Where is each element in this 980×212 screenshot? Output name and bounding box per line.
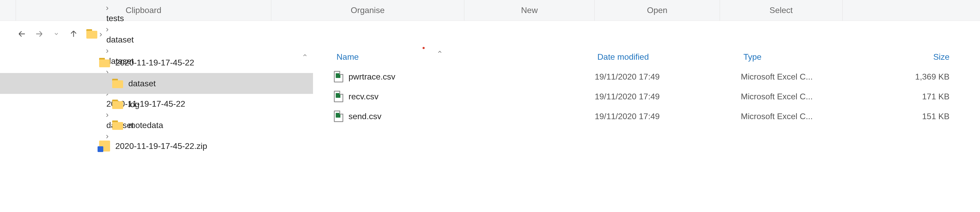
recent-locations-button[interactable]: [50, 31, 63, 37]
breadcrumb-item[interactable]: IoT: [105, 0, 187, 3]
zip-icon: [99, 140, 110, 151]
file-name: pwrtrace.csv: [348, 72, 395, 81]
file-name-cell: send.csv: [334, 110, 595, 122]
back-button[interactable]: [16, 29, 28, 38]
folder-icon: [112, 100, 123, 109]
file-type: Microsoft Excel C...: [741, 92, 877, 102]
sort-indicator-icon[interactable]: [437, 48, 443, 57]
up-button[interactable]: [67, 29, 80, 38]
file-date: 19/11/2020 17:49: [595, 72, 741, 81]
tree-item-label: motedata: [128, 121, 163, 130]
tree-item[interactable]: motedata: [0, 115, 313, 135]
breadcrumb-label: dataset: [107, 35, 134, 45]
tree-item-label: 2020-11-19-17-45-22.zip: [115, 141, 207, 151]
ribbon-label: Open: [647, 5, 667, 15]
column-header-type[interactable]: Type: [741, 52, 877, 62]
arrow-left-icon: [18, 29, 26, 38]
ribbon-group-select[interactable]: Select: [720, 0, 843, 21]
csv-file-icon: [334, 71, 343, 82]
file-name: send.csv: [348, 112, 381, 121]
breadcrumb-item[interactable]: dataset: [105, 34, 187, 46]
folder-icon: [86, 29, 97, 39]
arrow-up-icon: [69, 29, 78, 38]
file-name-cell: pwrtrace.csv: [334, 71, 595, 82]
ribbon-label: Select: [770, 5, 793, 15]
column-header-size[interactable]: Size: [877, 52, 960, 62]
tree-item[interactable]: 2020-11-19-17-45-22.zip: [0, 135, 313, 156]
column-header-name[interactable]: Name: [334, 52, 595, 62]
marker-icon: [423, 47, 425, 49]
ribbon-label: Organise: [351, 5, 385, 15]
tree-item[interactable]: 2020-11-19-17-45-22: [0, 52, 313, 73]
column-header-date[interactable]: Date modified: [595, 52, 741, 62]
file-size: 171 KB: [877, 92, 960, 102]
file-size: 151 KB: [877, 112, 960, 121]
tree-item-label: 2020-11-19-17-45-22: [115, 58, 194, 67]
file-row[interactable]: pwrtrace.csv19/11/2020 17:49Microsoft Ex…: [334, 67, 980, 86]
ribbon-group-new[interactable]: New: [464, 0, 595, 21]
file-date: 19/11/2020 17:49: [595, 112, 741, 121]
file-type: Microsoft Excel C...: [741, 72, 877, 81]
main-area: 2020-11-19-17-45-22datasetlogmotedata202…: [0, 47, 980, 209]
tree-item-label: dataset: [128, 79, 156, 88]
file-row[interactable]: recv.csv19/11/2020 17:49Microsoft Excel …: [334, 86, 980, 107]
folder-icon: [99, 58, 110, 67]
chevron-down-icon: [54, 31, 59, 37]
file-name: recv.csv: [348, 92, 379, 102]
ribbon-label: New: [521, 5, 538, 15]
scroll-up-icon[interactable]: [302, 51, 308, 60]
file-list: Name Date modified Type Size pwrtrace.cs…: [313, 47, 980, 209]
breadcrumb-item[interactable]: tests: [105, 13, 187, 24]
folder-icon: [112, 79, 123, 88]
breadcrumb-label: IoT: [107, 0, 118, 2]
forward-button[interactable]: [33, 29, 45, 38]
breadcrumb-label: tests: [107, 14, 124, 23]
csv-file-icon: [334, 91, 343, 102]
address-bar[interactable]: › This PC›data (D:)›Projects›IoT›tests›d…: [84, 26, 970, 42]
file-date: 19/11/2020 17:49: [595, 92, 741, 102]
chevron-right-icon[interactable]: ›: [105, 3, 110, 12]
file-type: Microsoft Excel C...: [741, 112, 877, 121]
file-row[interactable]: send.csv19/11/2020 17:49Microsoft Excel …: [334, 107, 980, 126]
ribbon-group-organise[interactable]: Organise: [271, 0, 464, 21]
chevron-right-icon[interactable]: ›: [98, 29, 103, 39]
ribbon-group-open[interactable]: Open: [595, 0, 720, 21]
folder-tree[interactable]: 2020-11-19-17-45-22datasetlogmotedata202…: [0, 47, 313, 209]
folder-icon: [112, 121, 123, 130]
file-name-cell: recv.csv: [334, 91, 595, 102]
tree-item[interactable]: dataset: [0, 73, 313, 94]
column-headers: Name Date modified Type Size: [334, 47, 980, 67]
csv-file-icon: [334, 110, 343, 122]
tree-item[interactable]: log: [0, 94, 313, 115]
arrow-right-icon: [35, 29, 44, 38]
nav-row: › This PC›data (D:)›Projects›IoT›tests›d…: [0, 21, 980, 47]
tree-item-label: log: [128, 100, 140, 109]
file-size: 1,369 KB: [877, 72, 960, 81]
chevron-right-icon[interactable]: ›: [105, 24, 110, 33]
